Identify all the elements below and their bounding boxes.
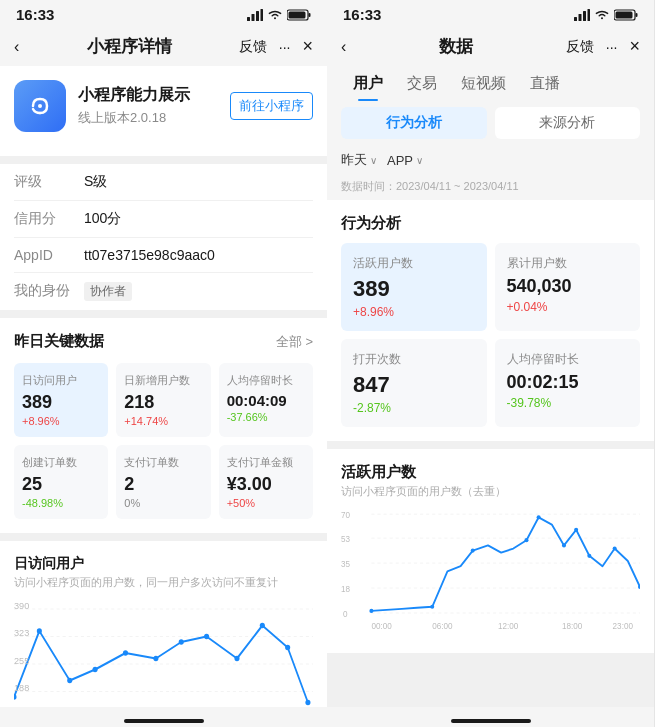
time-left: 16:33	[16, 6, 54, 23]
tab-shortvideos[interactable]: 短视频	[449, 66, 518, 101]
svg-rect-3	[261, 9, 264, 21]
tab-livestream[interactable]: 直播	[518, 66, 572, 101]
svg-point-18	[179, 639, 184, 645]
tab-transactions[interactable]: 交易	[395, 66, 449, 101]
svg-point-12	[14, 694, 17, 700]
back-button-right[interactable]: ‹	[341, 38, 346, 56]
close-button-right[interactable]: ×	[629, 36, 640, 57]
key-data-more[interactable]: 全部 >	[276, 333, 313, 351]
status-bar-right: 16:33	[327, 0, 654, 27]
tab-users[interactable]: 用户	[341, 66, 395, 101]
subtab-behavior[interactable]: 行为分析	[341, 107, 487, 139]
more-button-right[interactable]: ···	[606, 39, 618, 55]
svg-text:12:00: 12:00	[498, 622, 519, 631]
chart-subtitle: 访问小程序页面的用户数，同一用户多次访问不重复计	[14, 575, 313, 590]
svg-text:00:00: 00:00	[371, 622, 392, 631]
scroll-content-left: 小程序能力展示 线上版本2.0.18 前往小程序 评级 S级 信用分 100分 …	[0, 66, 327, 707]
metric-change-2: -37.66%	[227, 411, 305, 423]
status-icons-left	[247, 9, 311, 21]
key-data-title: 昨日关键数据	[14, 332, 104, 351]
feedback-button-right[interactable]: 反馈	[566, 38, 594, 56]
stat-change-1: +0.04%	[507, 300, 629, 314]
svg-point-19	[204, 634, 209, 640]
meta-row-rating: 评级 S级	[14, 164, 313, 201]
app-version: 线上版本2.0.18	[78, 109, 218, 127]
signal-icon	[247, 9, 263, 21]
svg-text:70: 70	[341, 511, 350, 520]
stat-avg-stay: 人均停留时长 00:02:15 -39.78%	[495, 339, 641, 427]
subtab-source[interactable]: 来源分析	[495, 107, 641, 139]
filter-bar: 昨天 ∨ APP ∨	[327, 145, 654, 175]
analysis-card: 行为分析 活跃用户数 389 +8.96% 累计用户数 540,030 +0.0…	[327, 200, 654, 441]
svg-point-16	[123, 650, 128, 656]
stat-change-3: -39.78%	[507, 396, 629, 410]
metric-value-2: 00:04:09	[227, 392, 305, 409]
metric-label-3: 创建订单数	[22, 455, 100, 470]
page-title-left: 小程序详情	[87, 35, 172, 58]
signal-icon-right	[574, 9, 590, 21]
svg-point-55	[562, 543, 566, 547]
svg-point-13	[37, 628, 42, 634]
svg-point-56	[574, 528, 578, 532]
metrics-grid: 日访问用户 389 +8.96% 日新增用户数 218 +14.74% 人均停留…	[14, 363, 313, 519]
filter-date[interactable]: 昨天 ∨	[341, 151, 377, 169]
svg-text:0: 0	[343, 610, 348, 619]
goto-miniapp-button[interactable]: 前往小程序	[230, 92, 313, 120]
svg-point-51	[430, 605, 434, 609]
analysis-title: 行为分析	[341, 214, 640, 233]
metric-label-1: 日新增用户数	[124, 373, 202, 388]
metric-orders-created: 创建订单数 25 -48.98%	[14, 445, 108, 519]
feedback-button-left[interactable]: 反馈	[239, 38, 267, 56]
meta-row-role: 我的身份 协作者	[14, 273, 313, 310]
svg-text:188: 188	[14, 682, 29, 693]
chart-title: 日访问用户	[14, 555, 313, 573]
more-button-left[interactable]: ···	[279, 39, 291, 55]
metric-value-1: 218	[124, 392, 202, 413]
svg-rect-30	[583, 11, 586, 21]
app-info-text: 小程序能力展示 线上版本2.0.18	[78, 85, 218, 127]
home-indicator-left	[124, 719, 204, 723]
battery-icon-right	[614, 9, 638, 21]
stat-value-2: 847	[353, 372, 475, 398]
status-bar-left: 16:33	[0, 0, 327, 27]
metric-change-0: +8.96%	[22, 415, 100, 427]
chart-svg: 390 323 255 188	[14, 598, 313, 707]
stat-value-3: 00:02:15	[507, 372, 629, 393]
svg-text:23:00: 23:00	[613, 622, 634, 631]
right-chart-svg: 70 53 35 18 0 00:00 06:00 12:00 18:00 23…	[341, 509, 640, 639]
key-data-header: 昨日关键数据 全部 >	[14, 332, 313, 351]
svg-text:390: 390	[14, 600, 29, 611]
top-tabs: 用户 交易 短视频 直播	[327, 66, 654, 101]
svg-point-23	[305, 700, 310, 706]
svg-text:18:00: 18:00	[562, 622, 583, 631]
svg-point-21	[260, 623, 265, 629]
filter-platform-label: APP	[387, 153, 413, 168]
svg-point-14	[67, 678, 72, 684]
metric-label-4: 支付订单数	[124, 455, 202, 470]
close-button-left[interactable]: ×	[302, 36, 313, 57]
svg-rect-1	[252, 14, 255, 21]
svg-rect-5	[309, 13, 311, 17]
meta-label-appid: AppID	[14, 247, 84, 263]
metric-value-0: 389	[22, 392, 100, 413]
app-meta: 评级 S级 信用分 100分 AppID tt07e3715e98c9aac0 …	[0, 164, 327, 310]
svg-point-58	[613, 546, 617, 550]
meta-row-credit: 信用分 100分	[14, 201, 313, 238]
metric-change-3: -48.98%	[22, 497, 100, 509]
key-data-section: 昨日关键数据 全部 > 日访问用户 389 +8.96% 日新增用户数 218 …	[0, 318, 327, 533]
back-button-left[interactable]: ‹	[14, 38, 19, 56]
chart-area: 390 323 255 188	[14, 598, 313, 707]
svg-text:323: 323	[14, 627, 29, 638]
wifi-icon-right	[594, 9, 610, 21]
app-icon	[14, 80, 66, 132]
app-info-card: 小程序能力展示 线上版本2.0.18 前往小程序	[0, 66, 327, 156]
wifi-icon	[267, 9, 283, 21]
metric-label-5: 支付订单金额	[227, 455, 305, 470]
svg-rect-0	[247, 17, 250, 21]
app-logo-icon	[25, 91, 55, 121]
svg-point-17	[153, 656, 158, 662]
filter-platform[interactable]: APP ∨	[387, 153, 423, 168]
metric-change-4: 0%	[124, 497, 202, 509]
meta-value-rating: S级	[84, 173, 107, 191]
meta-row-appid: AppID tt07e3715e98c9aac0	[14, 238, 313, 273]
